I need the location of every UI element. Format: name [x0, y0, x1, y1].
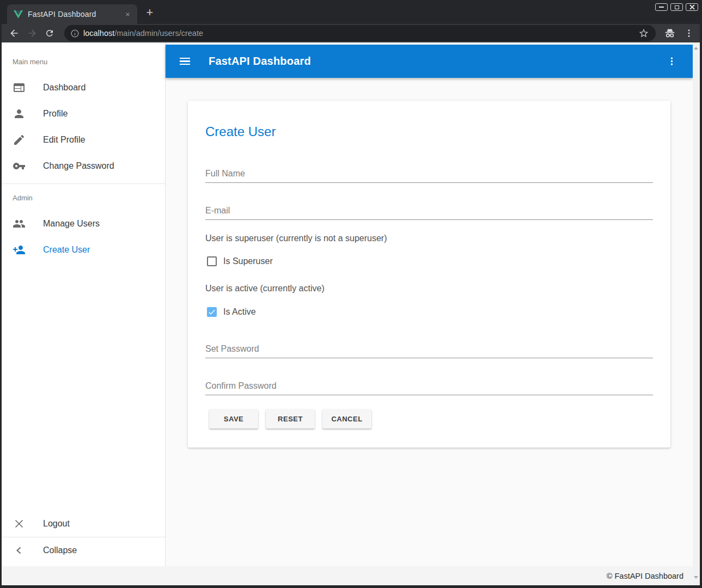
sidebar-item-logout[interactable]: Logout	[2, 511, 165, 537]
active-checkbox[interactable]	[207, 307, 217, 317]
browser-tab[interactable]: FastAPI Dashboard	[7, 4, 137, 24]
save-button[interactable]: SAVE	[209, 409, 258, 428]
browser-menu-icon[interactable]	[682, 27, 695, 40]
page-scrollbar[interactable]	[693, 42, 700, 585]
sidebar-section-main-menu: Main menu	[13, 58, 165, 65]
sidebar-item-create-user[interactable]: Create User	[2, 237, 165, 263]
window-controls	[655, 3, 698, 11]
window-close-button[interactable]	[686, 3, 698, 11]
forward-icon[interactable]	[26, 27, 39, 40]
sidebar-item-collapse[interactable]: Collapse	[2, 537, 165, 564]
incognito-icon	[663, 27, 676, 40]
sidebar-section-admin: Admin	[13, 194, 165, 201]
scrollbar-down-arrow-icon[interactable]	[694, 576, 698, 579]
pencil-icon	[13, 133, 26, 146]
window-maximize-button[interactable]	[670, 3, 683, 11]
address-bar[interactable]: localhost/main/admin/users/create	[64, 25, 656, 41]
app-bar: FastAPI Dashboard	[166, 45, 693, 78]
sidebar-item-edit-profile[interactable]: Edit Profile	[2, 127, 165, 153]
sidebar-item-change-password[interactable]: Change Password	[2, 153, 165, 179]
card-title: Create User	[205, 124, 276, 139]
dashboard-icon	[13, 81, 26, 94]
key-icon	[13, 160, 26, 173]
sidebar-divider	[2, 183, 165, 184]
back-icon[interactable]	[8, 27, 21, 40]
logout-x-icon	[13, 517, 26, 530]
url-text: localhost/main/admin/users/create	[83, 29, 638, 38]
vue-logo-icon	[14, 10, 23, 19]
reset-button[interactable]: RESET	[266, 409, 315, 428]
browser-tab-bar: FastAPI Dashboard +	[2, 0, 700, 24]
active-checkbox-row[interactable]: Is Active	[207, 307, 256, 317]
set-password-input[interactable]	[205, 340, 653, 358]
appbar-title: FastAPI Dashboard	[209, 55, 311, 68]
person-icon	[13, 107, 26, 120]
sidebar-item-manage-users[interactable]: Manage Users	[2, 211, 165, 237]
reload-icon[interactable]	[43, 27, 56, 40]
scrollbar-up-arrow-icon[interactable]	[694, 47, 698, 50]
bookmark-star-icon[interactable]	[638, 28, 649, 39]
create-user-card: Create User User is superuser (currently…	[188, 101, 670, 448]
full-name-input[interactable]	[205, 165, 653, 183]
superuser-checkbox[interactable]	[207, 256, 217, 266]
page: Main menu Dashboard Profile Edit Profile…	[2, 42, 700, 585]
superuser-checkbox-row[interactable]: Is Superuser	[207, 256, 273, 266]
info-icon[interactable]	[70, 29, 80, 38]
tab-title: FastAPI Dashboard	[28, 10, 123, 19]
people-icon	[13, 217, 26, 230]
confirm-password-input[interactable]	[205, 377, 653, 395]
footer: © FastAPI Dashboard	[2, 566, 700, 585]
cancel-button[interactable]: CANCEL	[322, 409, 371, 428]
sidebar-bottom: Logout Collapse	[2, 511, 165, 564]
footer-copyright: © FastAPI Dashboard	[607, 572, 683, 580]
browser-toolbar: localhost/main/admin/users/create	[2, 24, 700, 42]
hamburger-menu-icon[interactable]	[178, 55, 191, 68]
person-add-icon	[13, 243, 26, 256]
active-checkbox-label[interactable]: Is Active	[223, 307, 256, 317]
button-row: SAVE RESET CANCEL	[209, 409, 371, 428]
superuser-checkbox-label[interactable]: Is Superuser	[223, 256, 273, 266]
sidebar-item-dashboard[interactable]: Dashboard	[2, 75, 165, 101]
appbar-more-icon[interactable]	[665, 55, 678, 68]
main-area: FastAPI Dashboard Create User User is su…	[166, 42, 693, 566]
window-minimize-button[interactable]	[655, 3, 668, 11]
sidebar-item-profile[interactable]: Profile	[2, 101, 165, 127]
new-tab-button[interactable]: +	[142, 5, 157, 20]
chevron-left-icon	[13, 544, 26, 557]
email-input[interactable]	[205, 202, 653, 220]
active-hint: User is active (currently active)	[205, 284, 325, 293]
tab-close-icon[interactable]	[123, 10, 132, 19]
sidebar: Main menu Dashboard Profile Edit Profile…	[2, 42, 166, 566]
superuser-hint: User is superuser (currently is not a su…	[205, 234, 387, 243]
